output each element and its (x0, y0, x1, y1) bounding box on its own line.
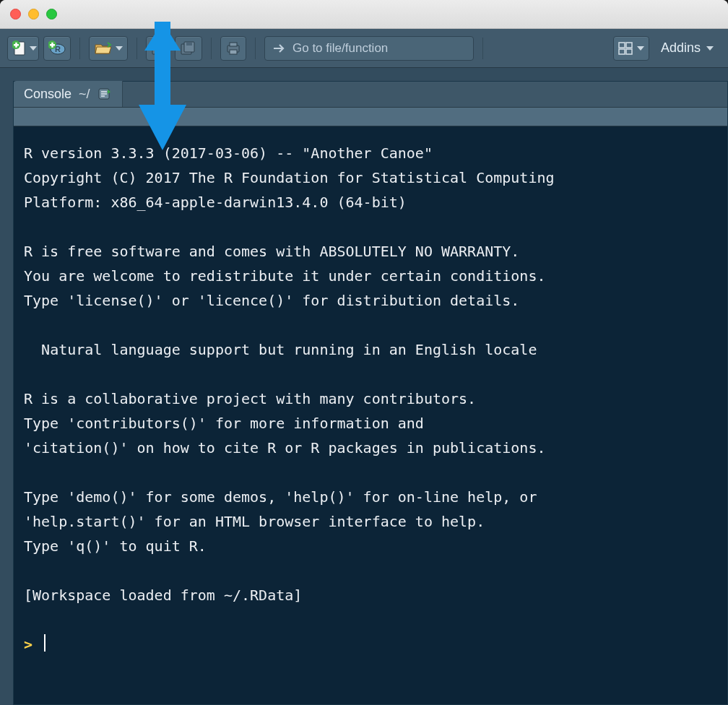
addins-label: Addins (661, 40, 701, 56)
svg-rect-17 (230, 50, 237, 54)
goto-placeholder: Go to file/function (292, 41, 388, 56)
chevron-down-icon (637, 46, 644, 51)
minimize-window-button[interactable] (28, 9, 39, 20)
new-file-button[interactable] (7, 36, 39, 61)
svg-rect-19 (626, 43, 632, 48)
print-icon (225, 41, 241, 56)
body-area: Console ~/ R version 3.3.3 (2017-03-06) … (0, 68, 728, 705)
save-icon (151, 41, 165, 56)
goto-arrow-icon (272, 43, 287, 54)
save-button[interactable] (146, 36, 170, 61)
new-project-button[interactable]: R (43, 36, 71, 61)
main-toolbar: R (0, 29, 728, 68)
svg-rect-14 (186, 43, 192, 46)
app-window: R (0, 0, 728, 705)
grid-icon (618, 42, 633, 55)
titlebar (0, 0, 728, 29)
console-output[interactable]: R version 3.3.3 (2017-03-06) -- "Another… (14, 126, 727, 667)
chevron-down-icon (706, 46, 714, 51)
svg-rect-10 (155, 43, 162, 47)
print-button[interactable] (220, 36, 246, 61)
tab-console[interactable]: Console ~/ (14, 81, 123, 107)
addins-menu-button[interactable]: Addins (654, 40, 721, 56)
toolbar-separator (136, 38, 137, 59)
new-r-project-icon: R (48, 40, 66, 56)
console-toolstrip (14, 108, 727, 126)
save-all-icon (180, 40, 197, 56)
console-panel: Console ~/ R version 3.3.3 (2017-03-06) … (13, 81, 728, 705)
toolbar-separator (211, 38, 212, 59)
close-window-button[interactable] (10, 9, 21, 20)
toolbar-separator (255, 38, 256, 59)
tab-console-label: Console (24, 87, 72, 102)
toolbar-separator (79, 38, 80, 59)
console-tabstrip: Console ~/ (14, 82, 727, 108)
svg-rect-11 (155, 49, 161, 53)
zoom-window-button[interactable] (46, 9, 57, 20)
toolbar-separator (482, 38, 483, 59)
tab-script-icon (98, 87, 112, 100)
svg-rect-16 (230, 43, 237, 46)
chevron-down-icon (30, 46, 37, 51)
save-all-button[interactable] (175, 36, 202, 61)
folder-open-icon (94, 41, 113, 56)
svg-rect-21 (626, 49, 632, 54)
svg-rect-18 (619, 43, 625, 48)
svg-rect-8 (51, 42, 53, 47)
new-file-icon (12, 40, 27, 56)
chevron-down-icon (116, 46, 123, 51)
svg-rect-20 (619, 49, 625, 54)
goto-file-function-input[interactable]: Go to file/function (264, 36, 474, 61)
panes-grid-button[interactable] (613, 36, 649, 61)
svg-rect-3 (15, 42, 17, 47)
open-file-button[interactable] (89, 36, 128, 61)
tab-console-path: ~/ (79, 87, 90, 102)
